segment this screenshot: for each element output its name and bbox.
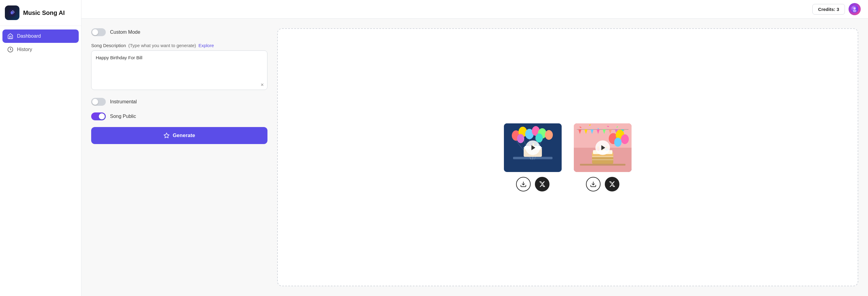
download-button-1[interactable]: [516, 177, 531, 192]
custom-mode-row: Custom Mode: [91, 28, 268, 36]
song-public-toggle[interactable]: [91, 112, 106, 120]
credits-badge: Credits: 3: [812, 4, 845, 14]
app-header: Music Song AI: [0, 0, 81, 26]
song-actions-2: [586, 177, 619, 192]
dashboard-label: Dashboard: [17, 33, 41, 39]
song-card-1: [504, 123, 562, 192]
form-panel: Custom Mode Song Description (Type what …: [91, 28, 268, 286]
play-icon-1: [530, 144, 537, 151]
instrumental-toggle[interactable]: [91, 98, 106, 106]
svg-point-5: [853, 10, 857, 12]
download-button-2[interactable]: [586, 177, 600, 192]
avatar[interactable]: [848, 3, 861, 15]
song-public-label: Song Public: [110, 114, 136, 119]
instrumental-thumb: [92, 99, 98, 105]
content-area: Custom Mode Song Description (Type what …: [82, 19, 868, 296]
textarea-clear-button[interactable]: ×: [260, 82, 264, 88]
generate-label: Generate: [173, 132, 195, 139]
song-description-label-row: Song Description (Type what you want to …: [91, 43, 268, 48]
preview-content: [504, 123, 631, 192]
preview-panel: [277, 28, 858, 286]
share-twitter-button-1[interactable]: [535, 177, 550, 192]
topbar: Credits: 3: [82, 0, 868, 19]
app-title: Music Song AI: [23, 9, 65, 17]
svg-marker-26: [531, 145, 535, 150]
play-overlay-1: [504, 123, 562, 172]
song-public-track[interactable]: [91, 112, 106, 120]
custom-mode-toggle[interactable]: [91, 28, 106, 36]
song-description-label: Song Description: [91, 43, 126, 48]
song-card-2: [574, 123, 631, 192]
custom-mode-track[interactable]: [91, 28, 106, 36]
home-icon: [7, 33, 13, 39]
generate-icon: [163, 132, 169, 139]
main-area: Credits: 3: [82, 0, 868, 296]
svg-marker-61: [601, 145, 605, 150]
song-description-input[interactable]: Happy Birthday For Bill: [91, 51, 268, 90]
song-description-hint: (Type what you want to generate): [128, 43, 196, 48]
song-thumbnail-1[interactable]: [504, 123, 562, 172]
textarea-wrapper: Happy Birthday For Bill ×: [91, 51, 268, 91]
sidebar-item-dashboard[interactable]: Dashboard: [2, 30, 79, 43]
song-public-row: Song Public: [91, 112, 268, 120]
instrumental-track[interactable]: [91, 98, 106, 106]
download-icon-1: [520, 181, 527, 188]
sidebar-item-history[interactable]: History: [2, 43, 79, 56]
play-overlay-2: [574, 123, 631, 172]
song-description-section: Song Description (Type what you want to …: [91, 43, 268, 91]
svg-point-4: [854, 7, 856, 9]
download-icon-2: [590, 181, 597, 188]
song-public-thumb: [99, 113, 105, 120]
song-thumbnail-2[interactable]: [574, 123, 631, 172]
play-icon-2: [600, 144, 607, 151]
instrumental-label: Instrumental: [110, 99, 137, 104]
play-button-2[interactable]: [595, 140, 610, 155]
share-twitter-button-2[interactable]: [605, 177, 619, 192]
song-actions-1: [516, 177, 550, 192]
app-icon: [5, 5, 20, 20]
history-icon: [7, 46, 13, 53]
x-twitter-icon-1: [539, 181, 546, 188]
custom-mode-thumb: [92, 29, 98, 35]
play-button-1[interactable]: [525, 140, 540, 155]
instrumental-row: Instrumental: [91, 98, 268, 106]
generate-button[interactable]: Generate: [91, 127, 268, 144]
sidebar-nav: Dashboard History: [0, 26, 81, 60]
sidebar: Music Song AI Dashboard History: [0, 0, 82, 296]
custom-mode-label: Custom Mode: [110, 30, 141, 35]
explore-link[interactable]: Explore: [198, 43, 214, 48]
history-label: History: [17, 47, 32, 52]
x-twitter-icon-2: [609, 181, 615, 188]
